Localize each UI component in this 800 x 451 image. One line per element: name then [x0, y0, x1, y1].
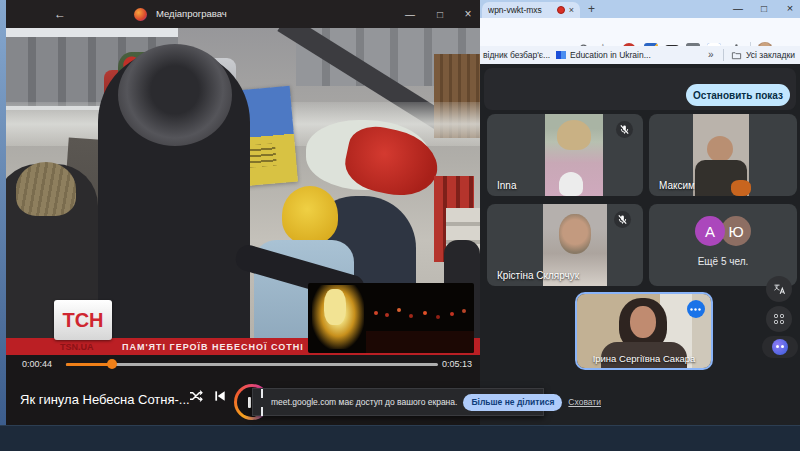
tsn-watermark: TSN.UA	[60, 342, 94, 352]
tab-title: wpn-vwkt-mxs	[488, 5, 553, 15]
seek-bar-fill	[66, 363, 112, 366]
hide-notification-link[interactable]: Сховати	[568, 397, 601, 407]
gemini-button[interactable]	[762, 336, 798, 358]
avatar-yu: Ю	[721, 216, 751, 246]
tab-strip: wpn-vwkt-mxs × + — □ ×	[480, 0, 800, 18]
tab-close-icon[interactable]: ×	[569, 5, 574, 15]
browser-close-icon: ×	[787, 2, 793, 14]
media-player-app-icon	[134, 8, 147, 21]
bookmarks-overflow-chevron[interactable]: »	[708, 49, 714, 60]
apps-grid-icon	[774, 314, 784, 324]
avatar-a: А	[695, 216, 725, 246]
all-bookmarks-label[interactable]: Усі закладки	[746, 50, 795, 60]
person-center-fur-hood	[118, 44, 232, 146]
iryna-face	[630, 306, 656, 338]
track-title: Як гинула Небесна Сотня-...	[20, 392, 190, 407]
maximize-button[interactable]: □	[428, 4, 452, 24]
participant-tile-inna[interactable]: Inna	[487, 114, 643, 196]
all-bookmarks-folder-icon	[731, 50, 742, 61]
tab-meet[interactable]: wpn-vwkt-mxs ×	[482, 2, 580, 18]
gemini-icon	[772, 339, 788, 355]
mic-muted-icon	[614, 211, 631, 228]
maximize-icon: □	[437, 9, 443, 20]
previous-track-icon	[212, 388, 228, 404]
minimize-button[interactable]: —	[398, 4, 422, 24]
participant-name: Ірина Сергіївна Сакара	[577, 353, 711, 364]
participant-tile-maksym[interactable]: Максим	[649, 114, 797, 196]
previous-track-button[interactable]	[212, 388, 228, 404]
browser-toolbar: ☆	[480, 18, 800, 46]
media-player-window: ← Медіапрогравач — □ ×	[6, 0, 480, 425]
inna-hair	[557, 120, 591, 150]
browser-minimize-icon: —	[733, 3, 743, 14]
back-button[interactable]: ←	[50, 4, 70, 24]
bookmark-2-favicon	[556, 51, 566, 59]
tab-sharing-icon	[261, 384, 265, 420]
participant-name: Inna	[497, 180, 516, 191]
meet-content: Остановить показ Inna Максим	[480, 64, 800, 425]
desktop: ← Медіапрогравач — □ ×	[0, 0, 800, 451]
browser-restore-button[interactable]: □	[752, 0, 776, 16]
captions-translate-button[interactable]	[766, 276, 792, 302]
share-message: meet.google.com має доступ до вашого екр…	[271, 397, 457, 407]
candle-core	[324, 289, 346, 325]
bookmarks-separator	[723, 49, 724, 61]
minimize-icon: —	[405, 9, 415, 20]
browser-close-button[interactable]: ×	[778, 0, 800, 16]
close-button[interactable]: ×	[456, 4, 480, 24]
time-total: 0:05:13	[442, 359, 472, 369]
browser-minimize-button[interactable]: —	[726, 0, 750, 16]
child-yellow-hat	[282, 186, 338, 244]
stop-presenting-button[interactable]: Остановить показ	[686, 84, 790, 106]
tsn-logo: ТСН	[54, 300, 112, 340]
tile-options-button[interactable]	[687, 300, 705, 318]
participant-tile-iryna[interactable]: Ірина Сергіївна Сакара	[575, 292, 713, 370]
kristina-head	[559, 214, 591, 254]
bookmarks-bar: відник безбар'є... Education in Ukrain..…	[480, 46, 800, 65]
taskbar: 1	[0, 425, 800, 451]
apps-grid-button[interactable]	[766, 306, 792, 332]
bookmark-item-2[interactable]: Education in Ukrain...	[570, 50, 651, 60]
browser-window: wpn-vwkt-mxs × + — □ × ☆ відни	[480, 0, 800, 425]
maksym-couch	[731, 180, 751, 196]
inna-cat	[559, 172, 583, 196]
mic-muted-icon	[616, 121, 633, 138]
time-current: 0:00:44	[22, 359, 52, 369]
tile-options-icon	[690, 308, 692, 310]
person-left-hat	[16, 162, 76, 216]
browser-restore-icon: □	[761, 3, 767, 14]
bookmark-item-1[interactable]: відник безбар'є...	[483, 50, 550, 60]
stop-sharing-button[interactable]: Більше не ділитися	[463, 394, 562, 411]
recording-indicator-icon	[557, 6, 565, 14]
participant-tile-kristina[interactable]: Крістіна Склярчук	[487, 204, 643, 286]
seek-bar[interactable]	[66, 363, 438, 366]
back-icon: ←	[54, 7, 66, 21]
seek-bar-knob[interactable]	[107, 359, 117, 369]
window-title: Медіапрогравач	[156, 8, 227, 19]
more-participants-tile[interactable]: А Ю Ещё 5 чел.	[649, 204, 797, 286]
maksym-head	[707, 136, 733, 162]
video-frame[interactable]: ТСН TSN.UA ПАМ'ЯТІ ГЕРОЇВ НЕБЕСНОЇ СОТНІ	[6, 28, 480, 355]
night-red-lights	[374, 311, 378, 315]
media-player-titlebar: ← Медіапрогравач — □ ×	[6, 0, 480, 28]
screen-share-notification: meet.google.com має доступ до вашого екр…	[252, 388, 544, 416]
snow-roof	[6, 28, 178, 37]
participant-name: Крістіна Склярчук	[497, 270, 579, 281]
ticker-text: ПАМ'ЯТІ ГЕРОЇВ НЕБЕСНОЇ СОТНІ	[122, 342, 304, 352]
new-tab-button[interactable]: +	[588, 2, 595, 16]
shuffle-icon	[188, 388, 204, 404]
participant-name: Максим	[659, 180, 695, 191]
more-participants-label: Ещё 5 чел.	[649, 256, 797, 267]
pip-inset-video	[308, 283, 474, 353]
close-icon: ×	[464, 7, 471, 21]
shuffle-button[interactable]	[188, 388, 204, 404]
night-foreground	[366, 331, 474, 353]
